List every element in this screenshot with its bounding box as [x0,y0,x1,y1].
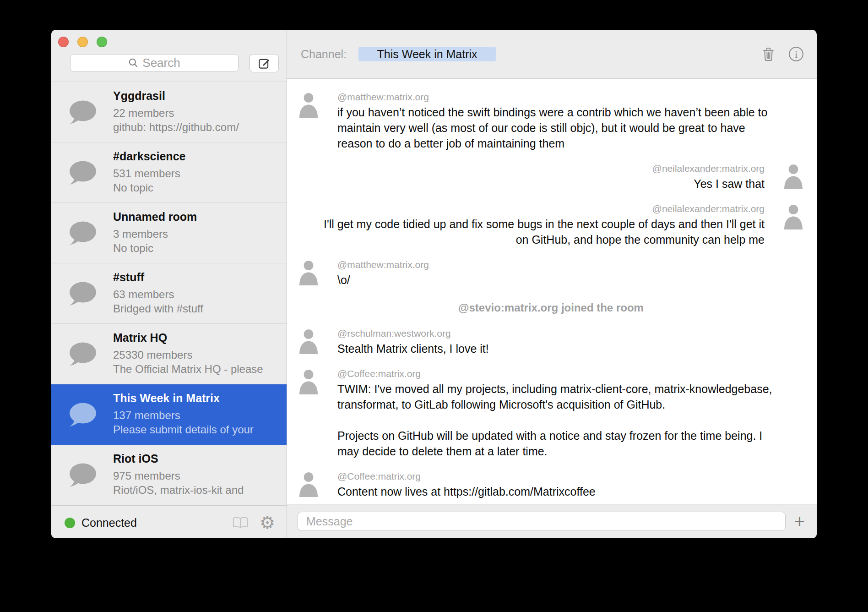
room-bubble-icon [66,281,97,308]
attach-plus-button[interactable]: + [794,512,805,530]
chat-message: @neilalexander:matrix.org Yes I saw that [298,163,804,191]
chat-panel: Channel: This Week in Matrix [287,30,817,538]
message-text: Yes I saw that [652,176,765,191]
room-title: #darkscience [113,150,282,163]
zoom-window-button[interactable] [97,37,107,47]
room-title: This Week in Matrix [113,392,282,405]
sidebar: Search Yggdrasil 22 members github: http… [51,30,287,538]
chat-message: @Coffee:matrix.org Content now lives at … [298,471,804,499]
status-bar: Connected ⚙ [51,505,287,538]
room-members: 975 members [113,469,282,483]
room-members: 25330 members [113,348,282,362]
channel-name-field[interactable]: This Week in Matrix [358,47,496,61]
chat-message: @matthew:matrix.org \o/ [298,259,804,288]
settings-gear-icon[interactable]: ⚙ [260,514,275,531]
sidebar-header: Search [51,30,287,82]
room-topic: github: https://github.com/ [113,120,282,134]
user-avatar-icon [298,328,319,356]
chat-message: @matthew:matrix.org if you haven’t notic… [298,92,804,151]
user-avatar-icon [298,368,319,459]
room-title: Riot iOS [113,452,282,465]
room-item-darkscience[interactable]: #darkscience 531 members No topic [51,142,287,203]
chat-message: @Coffee:matrix.org TWIM: I've moved all … [298,368,804,459]
user-avatar-icon [298,259,319,288]
room-topic: No topic [113,180,282,195]
room-title: Unnamed room [113,210,282,224]
user-avatar-icon [298,471,319,499]
room-members: 531 members [113,166,282,180]
room-item-matrix-hq[interactable]: Matrix HQ 25330 members The Official Mat… [51,324,287,384]
message-text: TWIM: I've moved all my projects, includ… [337,381,779,459]
message-text: Content now lives at https://gitlab.com/… [337,484,596,499]
message-sender: @neilalexander:matrix.org [652,163,765,174]
room-members: 137 members [113,408,282,422]
user-avatar-icon [783,203,804,247]
room-bubble-icon [66,402,97,429]
chat-message: @neilalexander:matrix.org I'll get my co… [298,203,804,247]
room-item-this-week-in-matrix[interactable]: This Week in Matrix 137 members Please s… [51,384,287,445]
compose-icon [257,56,271,70]
message-list: @matthew:matrix.org if you haven’t notic… [287,79,817,504]
message-text: \o/ [337,272,429,288]
connection-status-icon [65,518,75,528]
trash-icon[interactable] [761,46,776,62]
room-members: 63 members [113,287,282,301]
search-icon [128,58,138,68]
room-title: #stuff [113,271,282,284]
message-text: if you haven’t noticed the swift binding… [337,104,779,151]
room-item-stuff[interactable]: #stuff 63 members Bridged with #stuff [51,263,287,324]
room-title: Yggdrasil [113,89,282,103]
room-members: 22 members [113,106,282,120]
room-topic: Bridged with #stuff [113,301,282,316]
message-text: Stealth Matrix clients, I love it! [337,341,489,356]
message-sender: @rschulman:westwork.org [337,328,489,339]
svg-text:i: i [795,49,797,60]
room-bubble-icon [66,100,97,127]
room-list: Yggdrasil 22 members github: https://git… [51,82,287,505]
room-topic: Please submit details of your [113,422,282,437]
message-sender: @matthew:matrix.org [337,92,779,103]
system-message: @stevio:matrix.org joined the room [298,301,804,314]
directory-book-icon[interactable] [232,516,249,529]
room-bubble-icon [66,221,97,248]
room-bubble-icon [66,342,97,369]
connection-status-label: Connected [81,516,137,530]
info-icon[interactable]: i [788,46,804,62]
message-sender: @matthew:matrix.org [337,259,429,270]
room-title: Matrix HQ [113,331,282,344]
message-sender: @neilalexander:matrix.org [323,203,765,214]
message-text: I'll get my code tidied up and fix some … [323,216,765,247]
search-placeholder: Search [142,56,180,70]
room-item-riot-ios[interactable]: Riot iOS 975 members Riot/iOS, matrix-io… [51,445,287,505]
composer-bar: + [287,504,817,538]
user-avatar-icon [298,92,319,151]
close-window-button[interactable] [58,37,69,47]
search-input[interactable]: Search [70,54,239,71]
window-controls [58,37,107,47]
room-topic: The Official Matrix HQ - please [113,362,282,376]
room-topic: Riot/iOS, matrix-ios-kit and [113,483,282,497]
room-bubble-icon [66,160,97,187]
channel-label: Channel: [301,48,347,61]
app-window: Search Yggdrasil 22 members github: http… [51,30,817,538]
chat-header: Channel: This Week in Matrix [287,30,817,79]
room-item-yggdrasil[interactable]: Yggdrasil 22 members github: https://git… [51,82,287,142]
message-sender: @Coffee:matrix.org [337,368,779,379]
minimize-window-button[interactable] [77,37,88,47]
user-avatar-icon [783,163,804,191]
room-topic: No topic [113,241,282,255]
message-input[interactable] [298,512,786,531]
compose-button[interactable] [250,54,279,72]
chat-message: @rschulman:westwork.org Stealth Matrix c… [298,328,804,356]
room-item-unnamed-room[interactable]: Unnamed room 3 members No topic [51,203,287,263]
room-bubble-icon [66,463,97,490]
room-members: 3 members [113,227,282,241]
message-sender: @Coffee:matrix.org [337,471,596,482]
